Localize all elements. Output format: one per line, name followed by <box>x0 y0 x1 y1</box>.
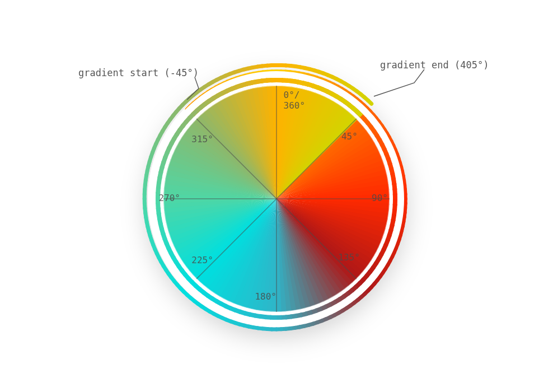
angle-label-225: 225° <box>191 255 213 265</box>
angle-label-315: 315° <box>191 134 213 144</box>
gradient-wheel-svg: 0°/360°45°90°135°180°225°270°315° <box>0 0 553 392</box>
angle-tick-lines <box>163 86 390 312</box>
angle-label-180: 180° <box>255 291 276 302</box>
leader-end <box>374 69 424 96</box>
angle-label-90: 90° <box>372 193 388 203</box>
angle-label-270: 270° <box>158 193 180 203</box>
angle-label-135: 135° <box>338 252 360 263</box>
diagram-stage: gradient start (-45°) gradient end (405°… <box>0 0 553 392</box>
angle-label-45: 45° <box>341 131 358 142</box>
